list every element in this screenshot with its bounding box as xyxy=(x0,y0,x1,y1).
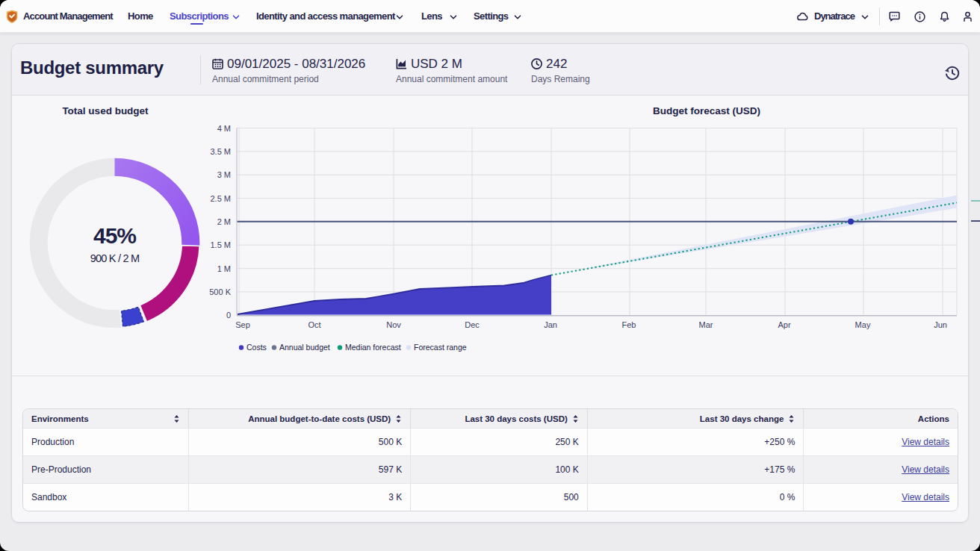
svg-text:Feb: Feb xyxy=(622,320,636,329)
svg-text:Forecast range: Forecast range xyxy=(414,343,467,352)
svg-text:Annual budget: Annual budget xyxy=(279,343,330,352)
svg-text:3 M: 3 M xyxy=(217,170,231,179)
svg-text:Oct: Oct xyxy=(308,320,320,329)
svg-text:1 M: 1 M xyxy=(217,264,231,273)
svg-text:Apr: Apr xyxy=(778,320,790,329)
svg-text:Dec: Dec xyxy=(465,320,480,329)
svg-text:2.5 M: 2.5 M xyxy=(210,194,231,203)
svg-text:Mar: Mar xyxy=(699,320,713,329)
svg-text:500 K: 500 K xyxy=(209,287,231,296)
svg-text:Nov: Nov xyxy=(386,320,401,329)
svg-text:May: May xyxy=(855,320,871,329)
svg-text:0: 0 xyxy=(226,311,231,320)
svg-text:Median forecast: Median forecast xyxy=(345,343,401,352)
svg-text:Jan: Jan xyxy=(544,320,557,329)
svg-text:Costs: Costs xyxy=(246,343,267,352)
svg-text:1.5 M: 1.5 M xyxy=(210,240,231,249)
svg-text:2 M: 2 M xyxy=(217,217,231,226)
svg-text:Jun: Jun xyxy=(934,320,947,329)
svg-text:4 M: 4 M xyxy=(217,124,231,133)
svg-text:Sep: Sep xyxy=(235,320,250,329)
svg-text:3.5 M: 3.5 M xyxy=(210,147,231,156)
